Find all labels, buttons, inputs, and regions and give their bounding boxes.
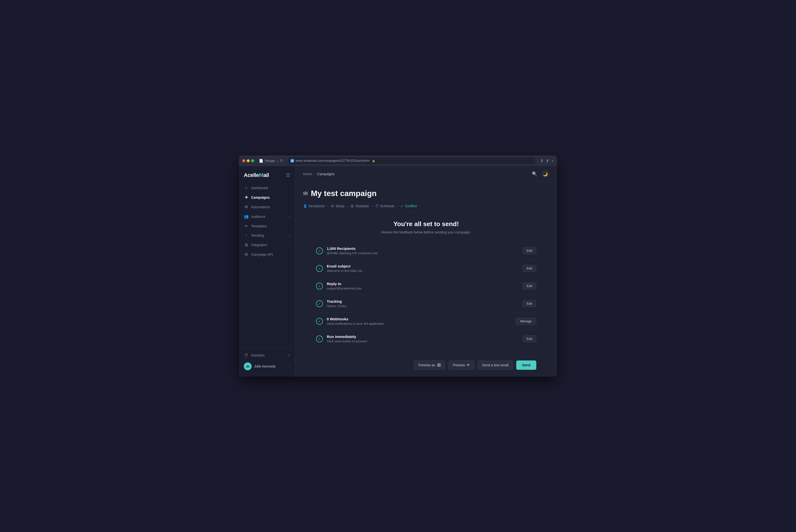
step-label: Recipients (309, 204, 325, 208)
user-profile[interactable]: JK Jolie Kennedy › (239, 360, 295, 373)
lock-icon: 🔒 (372, 159, 375, 162)
sidebar-item-campaign-api[interactable]: ⚙ Campaign API (239, 250, 295, 259)
user-name: Jolie Kennedy (254, 364, 276, 368)
avatar: JK (244, 362, 252, 370)
search-button[interactable]: 🔍 (531, 170, 538, 178)
email-icon: ✉ (303, 190, 308, 197)
sidebar-spacer (239, 259, 295, 347)
url-text: demo.acellemail.com/campaigns/612779c222… (296, 159, 369, 163)
share-icon[interactable]: ⬆ (546, 158, 549, 163)
sidebar-item-campaigns[interactable]: ✈ Campaigns (239, 193, 295, 202)
sidebar-item-templates[interactable]: ✏ Templates (239, 221, 295, 231)
schedule-step-icon: ⏱ (375, 204, 379, 208)
confirm-item-reply-to: ✓ Reply to support@acellemail.com Edit (316, 277, 536, 295)
preview-as-button[interactable]: Preview as 🖼 (414, 360, 445, 370)
audience-icon: 👥 (244, 214, 249, 219)
action-bar: Preview as 🖼 Preview 👁 Send a test email… (316, 356, 536, 370)
chevron-right-icon: › (289, 365, 290, 368)
webhooks-manage-button[interactable]: Manage (515, 318, 536, 325)
item-content: Reply to support@acellemail.com (327, 282, 519, 290)
step-schedule[interactable]: ⏱ Schedule (375, 204, 394, 208)
campaigns-icon: ✈ (244, 195, 249, 200)
template-step-icon: ⊞ (351, 204, 354, 208)
step-label: Template (355, 204, 369, 208)
minimize-button[interactable] (247, 159, 250, 162)
item-subtitle: @SHBC Banking VIP customers list (327, 251, 519, 255)
sidebar-item-dashboard[interactable]: ⌂ Dashboard (239, 183, 295, 193)
sidebar-item-label: Campaign API (251, 252, 273, 256)
sidebar-bottom: ⏱ Activities ↗ JK Jolie Kennedy › (239, 347, 295, 373)
item-content: Email subject Welcome to test Mail List (327, 264, 519, 272)
integration-icon: ⊞ (244, 243, 249, 247)
main-content: Home › Campaigns 🔍 🌙 ✉ My test campaign (295, 166, 557, 377)
sidebar: AcelleMail ☰ ⌂ Dashboard ✈ Campaigns ⚙ A… (239, 166, 295, 377)
browser-bar: 📄 Private ‹ ↻ M demo.acellemail.com/camp… (239, 155, 557, 166)
maximize-button[interactable] (251, 159, 254, 162)
dark-mode-toggle[interactable]: 🌙 (542, 170, 549, 178)
back-button[interactable]: ‹ (277, 159, 278, 163)
step-label: Confirm (405, 204, 417, 208)
sidebar-item-label: Automations (251, 205, 270, 209)
page-title: My test campaign (311, 189, 377, 198)
breadcrumb-separator: › (314, 172, 315, 176)
send-test-email-button[interactable]: Send a test email (477, 360, 513, 370)
item-title: 0 Webhooks (327, 317, 512, 321)
step-separator: › (327, 204, 328, 208)
tracking-edit-button[interactable]: Edit (523, 300, 536, 307)
sidebar-item-label: Dashboard (251, 186, 268, 190)
check-icon: ✓ (316, 265, 323, 272)
sidebar-item-automations[interactable]: ⚙ Automations (239, 202, 295, 212)
activities-icon: ⏱ (244, 353, 249, 358)
item-subtitle: Click send button to proceed (327, 339, 519, 343)
step-recipients[interactable]: 👤 Recipients (303, 204, 325, 208)
send-button[interactable]: Send (516, 360, 536, 370)
preview-button[interactable]: Preview 👁 (448, 360, 475, 370)
email-subject-edit-button[interactable]: Edit (523, 265, 536, 272)
step-separator: › (397, 204, 398, 208)
item-title: 1,000 Recipients (327, 246, 519, 251)
external-link-icon: ↗ (288, 354, 290, 357)
refresh-button[interactable]: ↻ (280, 158, 283, 163)
step-template[interactable]: ⊞ Template (351, 204, 369, 208)
browser-actions: ⬇ ⬆ + (540, 158, 554, 163)
chevron-right-icon: › (289, 215, 290, 218)
tab-label: Private (265, 159, 275, 163)
tab-icon: 📄 (259, 159, 263, 163)
eye-icon: 👁 (467, 363, 470, 367)
breadcrumb-home[interactable]: Home (303, 172, 312, 176)
logo-area: AcelleMail ☰ (239, 170, 295, 183)
dashboard-icon: ⌂ (244, 186, 249, 190)
browser-controls: 📄 Private ‹ ↻ (259, 158, 283, 163)
confirm-item-schedule: ✓ Run immediately Click send button to p… (316, 330, 536, 348)
step-separator: › (371, 204, 373, 208)
templates-icon: ✏ (244, 224, 249, 228)
download-icon[interactable]: ⬇ (540, 158, 544, 163)
address-bar[interactable]: M demo.acellemail.com/campaigns/612779c2… (288, 157, 535, 164)
confirm-section: You're all set to send! Review the feedb… (316, 220, 536, 370)
sidebar-item-activities[interactable]: ⏱ Activities ↗ (239, 351, 295, 360)
item-title: Run immediately (327, 335, 519, 339)
item-title: Reply to (327, 282, 519, 286)
sidebar-item-audience[interactable]: 👥 Audience › (239, 212, 295, 221)
new-tab-icon[interactable]: + (551, 158, 554, 163)
page-body: ✉ My test campaign 👤 Recipients › ⚙ Setu… (295, 182, 557, 377)
chevron-right-icon: › (289, 244, 290, 246)
confirm-item-email-subject: ✓ Email subject Welcome to test Mail Lis… (316, 260, 536, 277)
logo-text: AcelleMail (244, 172, 269, 178)
preview-label: Preview (453, 363, 465, 367)
close-button[interactable] (242, 159, 245, 162)
recipients-edit-button[interactable]: Edit (523, 247, 536, 254)
item-content: 0 Webhooks Send notifications to your 3r… (327, 317, 512, 325)
step-setup[interactable]: ⚙ Setup (331, 204, 345, 208)
sidebar-toggle-icon[interactable]: ☰ (286, 172, 290, 178)
step-label: Schedule (380, 204, 394, 208)
sidebar-item-sending[interactable]: ↑ Sending › (239, 231, 295, 240)
sidebar-item-label: Activities (251, 353, 265, 357)
recipients-step-icon: 👤 (303, 204, 307, 208)
step-confirm[interactable]: ✓ Confirm (400, 204, 417, 208)
sidebar-item-integration[interactable]: ⊞ Integration › (239, 240, 295, 250)
browser-dots (242, 159, 254, 162)
step-label: Setup (336, 204, 345, 208)
reply-to-edit-button[interactable]: Edit (523, 282, 536, 289)
schedule-edit-button[interactable]: Edit (523, 335, 536, 342)
